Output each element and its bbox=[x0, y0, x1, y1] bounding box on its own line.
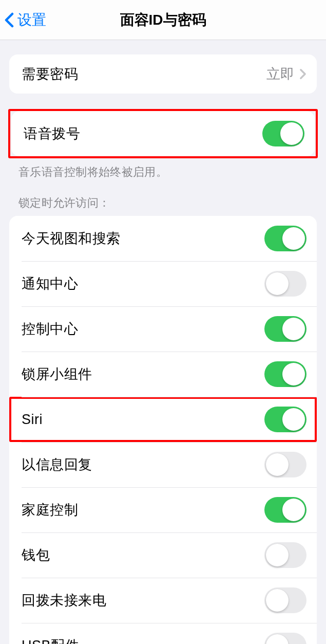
notification-center-label: 通知中心 bbox=[22, 274, 78, 293]
navigation-bar: 设置 面容ID与密码 bbox=[0, 0, 326, 40]
highlight-voice-dial: 语音拨号 bbox=[8, 109, 318, 158]
group-require-passcode: 需要密码 立即 bbox=[9, 54, 317, 94]
reply-message-label: 以信息回复 bbox=[22, 455, 92, 474]
row-today-view[interactable]: 今天视图和搜索 bbox=[9, 216, 317, 261]
lock-widgets-toggle[interactable] bbox=[264, 361, 306, 387]
row-control-center[interactable]: 控制中心 bbox=[9, 306, 317, 352]
lock-access-header: 锁定时允许访问： bbox=[18, 195, 308, 211]
back-label: 设置 bbox=[17, 10, 46, 30]
home-control-toggle[interactable] bbox=[264, 497, 306, 523]
home-control-label: 家庭控制 bbox=[22, 501, 78, 519]
row-return-calls[interactable]: 回拨未接来电 bbox=[9, 578, 317, 623]
notification-center-toggle[interactable] bbox=[264, 271, 306, 297]
row-siri[interactable]: Siri bbox=[9, 397, 317, 442]
lock-widgets-label: 锁屏小组件 bbox=[22, 365, 92, 383]
usb-accessories-label: USB配件 bbox=[22, 636, 79, 644]
row-usb-accessories[interactable]: USB配件 bbox=[9, 623, 317, 644]
return-calls-label: 回拨未接来电 bbox=[22, 591, 106, 610]
siri-toggle[interactable] bbox=[264, 407, 306, 432]
control-center-toggle[interactable] bbox=[264, 316, 306, 342]
row-require-passcode[interactable]: 需要密码 立即 bbox=[9, 54, 317, 94]
voice-dial-label: 语音拨号 bbox=[24, 124, 80, 143]
row-home-control[interactable]: 家庭控制 bbox=[9, 487, 317, 532]
reply-message-toggle[interactable] bbox=[264, 452, 306, 477]
row-wallet[interactable]: 钱包 bbox=[9, 532, 317, 578]
wallet-label: 钱包 bbox=[22, 546, 50, 564]
row-reply-message[interactable]: 以信息回复 bbox=[9, 442, 317, 487]
today-view-label: 今天视图和搜索 bbox=[22, 229, 121, 248]
chevron-left-icon bbox=[4, 12, 14, 28]
today-view-toggle[interactable] bbox=[264, 226, 306, 251]
require-passcode-label: 需要密码 bbox=[22, 65, 78, 83]
control-center-label: 控制中心 bbox=[22, 320, 78, 338]
group-voice-dial: 语音拨号 bbox=[11, 111, 315, 156]
voice-dial-toggle[interactable] bbox=[262, 121, 304, 146]
wallet-toggle[interactable] bbox=[264, 542, 306, 568]
row-lock-widgets[interactable]: 锁屏小组件 bbox=[9, 352, 317, 397]
return-calls-toggle[interactable] bbox=[264, 587, 306, 613]
back-button[interactable]: 设置 bbox=[4, 10, 46, 30]
siri-label: Siri bbox=[22, 412, 43, 428]
page-title: 面容ID与密码 bbox=[0, 10, 326, 30]
row-voice-dial[interactable]: 语音拨号 bbox=[11, 111, 315, 156]
row-notification-center[interactable]: 通知中心 bbox=[9, 261, 317, 306]
group-lock-access: 今天视图和搜索 通知中心 控制中心 锁屏小组件 Siri 以信息回复 家庭控制 bbox=[9, 216, 317, 644]
usb-accessories-toggle[interactable] bbox=[264, 633, 306, 644]
chevron-right-icon bbox=[299, 68, 306, 80]
require-passcode-value: 立即 bbox=[266, 65, 294, 83]
voice-dial-footer: 音乐语音控制将始终被启用。 bbox=[18, 164, 308, 180]
